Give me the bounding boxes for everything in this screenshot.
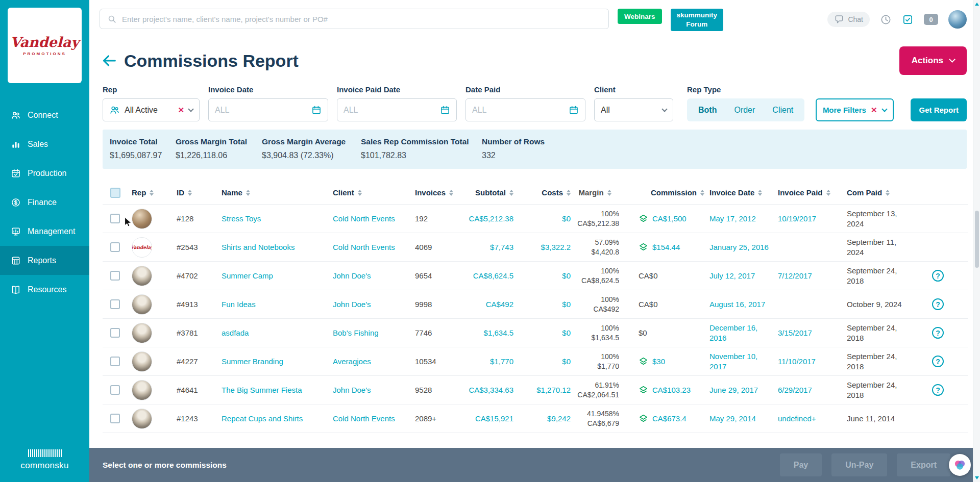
more-filters-button[interactable]: More Filters ✕	[816, 98, 894, 121]
avatar-portrait[interactable]	[132, 351, 152, 372]
clear-more-filters-icon[interactable]: ✕	[871, 106, 877, 115]
commission-value[interactable]: CA$673.4	[652, 414, 687, 423]
column-header-id[interactable]: ID	[177, 181, 222, 204]
invoice-date-link[interactable]: November 10, 2017	[709, 351, 772, 371]
row-checkbox[interactable]	[110, 385, 120, 395]
client-link[interactable]: Cold North Events	[333, 414, 395, 423]
row-checkbox[interactable]	[110, 357, 120, 366]
avatar-portrait[interactable]	[132, 266, 152, 286]
costs-link[interactable]: $0	[562, 328, 571, 337]
client-link[interactable]: John Doe's	[333, 271, 371, 280]
export-button[interactable]: Export	[897, 453, 950, 476]
rep-select[interactable]: All Active ✕	[103, 98, 200, 121]
user-avatar[interactable]	[948, 10, 967, 29]
calendar-icon[interactable]	[311, 105, 322, 115]
avatar-portrait[interactable]	[132, 409, 152, 429]
scrollbar-thumb[interactable]	[975, 211, 979, 268]
search-bar[interactable]	[100, 9, 609, 29]
sidebar-item-production[interactable]: Production	[0, 159, 89, 188]
client-link[interactable]: John Doe's	[333, 386, 371, 394]
skummunity-forum-button[interactable]: skummunity Forum	[671, 9, 724, 31]
invoice-date-link[interactable]: January 25, 2016	[709, 242, 769, 252]
row-checkbox[interactable]	[110, 214, 120, 223]
help-icon[interactable]: ?	[932, 327, 944, 339]
avatar-portrait[interactable]	[132, 380, 152, 400]
invoice-date-link[interactable]: May 29, 2014	[709, 414, 756, 424]
notification-count-badge[interactable]: 0	[924, 14, 938, 25]
costs-link[interactable]: $0	[562, 300, 571, 309]
chat-button[interactable]: Chat	[827, 12, 870, 27]
avatar-photo[interactable]	[132, 209, 152, 229]
clear-rep-filter-icon[interactable]: ✕	[178, 106, 184, 115]
rep-type-option-both[interactable]: Both	[690, 106, 725, 115]
invoice-paid-link[interactable]: undefined+	[778, 414, 816, 423]
invoice-paid-link[interactable]: 3/15/2017	[778, 328, 812, 337]
get-report-button[interactable]: Get Report	[911, 98, 967, 121]
subtotal-link[interactable]: CA$15,921	[475, 414, 513, 423]
costs-link[interactable]: $0	[562, 271, 571, 280]
column-header-com_paid[interactable]: Com Paid	[847, 181, 908, 204]
project-name-link[interactable]: Repeat Cups and Shirts	[222, 414, 303, 423]
pay-button[interactable]: Pay	[780, 453, 822, 476]
commission-value[interactable]: CA$103.23	[652, 386, 691, 394]
rep-type-option-client[interactable]: Client	[764, 106, 802, 115]
invoice-date-link[interactable]: June 29, 2017	[709, 385, 758, 395]
column-header-rep[interactable]: Rep	[126, 181, 177, 204]
client-link[interactable]: Averagjoes	[333, 357, 371, 366]
costs-link[interactable]: $0	[562, 357, 571, 366]
subtotal-link[interactable]: $1,634.5	[484, 328, 513, 337]
invoice-paid-date-input[interactable]: ALL	[337, 98, 457, 121]
subtotal-link[interactable]: CA$492	[486, 300, 513, 309]
costs-link[interactable]: $0	[562, 214, 571, 223]
avatar-portrait[interactable]	[132, 323, 152, 343]
webinars-button[interactable]: Webinars	[618, 9, 662, 24]
tasks-check-icon[interactable]	[902, 14, 914, 26]
project-name-link[interactable]: Shirts and Notebooks	[222, 243, 295, 251]
actions-button[interactable]: Actions	[899, 46, 967, 75]
invoice-date-input[interactable]: ALL	[208, 98, 328, 121]
column-header-subtotal[interactable]: Subtotal	[456, 181, 513, 204]
clock-icon[interactable]	[880, 14, 892, 26]
sidebar-item-reports[interactable]: Reports	[0, 246, 89, 275]
company-logo[interactable]: Vandelay PROMOTIONS	[8, 8, 82, 83]
project-name-link[interactable]: The Big Summer Fiesta	[222, 386, 302, 394]
client-link[interactable]: John Doe's	[333, 300, 371, 309]
client-link[interactable]: Bob's Fishing	[333, 328, 379, 337]
costs-link[interactable]: $9,242	[547, 414, 571, 423]
row-checkbox[interactable]	[110, 414, 120, 423]
date-paid-input[interactable]: ALL	[465, 98, 585, 121]
project-name-link[interactable]: asdfada	[222, 328, 249, 337]
subtotal-link[interactable]: $1,770	[490, 357, 513, 366]
invoice-date-link[interactable]: July 12, 2017	[709, 271, 755, 281]
help-icon[interactable]: ?	[932, 270, 944, 282]
subtotal-link[interactable]: CA$8,624.5	[473, 271, 513, 280]
row-checkbox[interactable]	[110, 328, 120, 338]
invoice-paid-link[interactable]: 11/10/2017	[778, 357, 816, 366]
sidebar-item-finance[interactable]: Finance	[0, 188, 89, 217]
column-header-margin[interactable]: Margin	[571, 181, 619, 204]
help-icon[interactable]: ?	[932, 384, 944, 396]
row-checkbox[interactable]	[110, 299, 120, 309]
scroll-down-icon[interactable]	[975, 476, 979, 479]
help-icon[interactable]: ?	[932, 298, 944, 310]
client-link[interactable]: Cold North Events	[333, 214, 395, 223]
project-name-link[interactable]: Fun Ideas	[222, 300, 256, 309]
invoice-paid-link[interactable]: 10/19/2017	[778, 214, 816, 223]
sidebar-item-management[interactable]: Management	[0, 217, 89, 246]
costs-link[interactable]: $1,270.12	[536, 386, 571, 394]
avatar-portrait[interactable]	[132, 294, 152, 315]
calendar-icon[interactable]	[440, 105, 450, 115]
commission-value[interactable]: $30	[652, 357, 665, 366]
column-header-invoice_date[interactable]: Invoice Date	[709, 181, 775, 204]
costs-link[interactable]: $3,322.2	[541, 243, 571, 251]
sidebar-item-sales[interactable]: Sales	[0, 130, 89, 159]
project-name-link[interactable]: Stress Toys	[222, 214, 261, 223]
rep-type-option-order[interactable]: Order	[725, 106, 764, 115]
sidebar-item-resources[interactable]: Resources	[0, 275, 89, 304]
invoice-date-link[interactable]: August 16, 2017	[709, 299, 765, 310]
column-header-name[interactable]: Name	[222, 181, 333, 204]
select-all-checkbox[interactable]	[110, 188, 120, 198]
avatar-vandelay-logo[interactable]: Vandelay	[132, 237, 152, 258]
column-header-invoices[interactable]: Invoices	[415, 181, 456, 204]
project-name-link[interactable]: Summer Branding	[222, 357, 283, 366]
